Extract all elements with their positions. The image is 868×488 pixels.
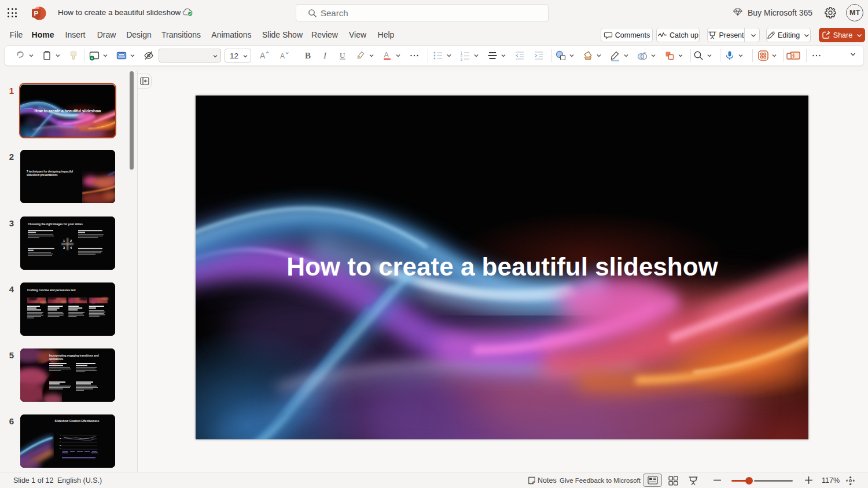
svg-text:3: 3 — [461, 57, 463, 61]
svg-text:1: 1 — [63, 239, 65, 243]
svg-text:2: 2 — [70, 239, 72, 243]
svg-text:P: P — [34, 10, 39, 17]
svg-text:A: A — [260, 51, 266, 60]
svg-text:A: A — [280, 52, 285, 60]
svg-text:A: A — [384, 51, 389, 59]
svg-text:I: I — [323, 51, 327, 60]
svg-text:animations: animations — [49, 358, 64, 361]
svg-text:Crafting concise and persuasiv: Crafting concise and persuasive text — [27, 289, 76, 292]
svg-text:U: U — [340, 51, 345, 60]
svg-text:3: 3 — [63, 246, 65, 249]
svg-text:slideshow presentations: slideshow presentations — [27, 174, 58, 177]
svg-text:Incorporating engaging transit: Incorporating engaging transitions and — [49, 354, 99, 357]
svg-text:7 techniques for designing imp: 7 techniques for designing impactful — [27, 170, 73, 173]
svg-text:B: B — [305, 51, 311, 60]
svg-text:Slideshow Creation Effectivene: Slideshow Creation Effectiveness — [55, 420, 100, 423]
svg-text:Choosing the right images for: Choosing the right images for your slide… — [28, 223, 83, 226]
